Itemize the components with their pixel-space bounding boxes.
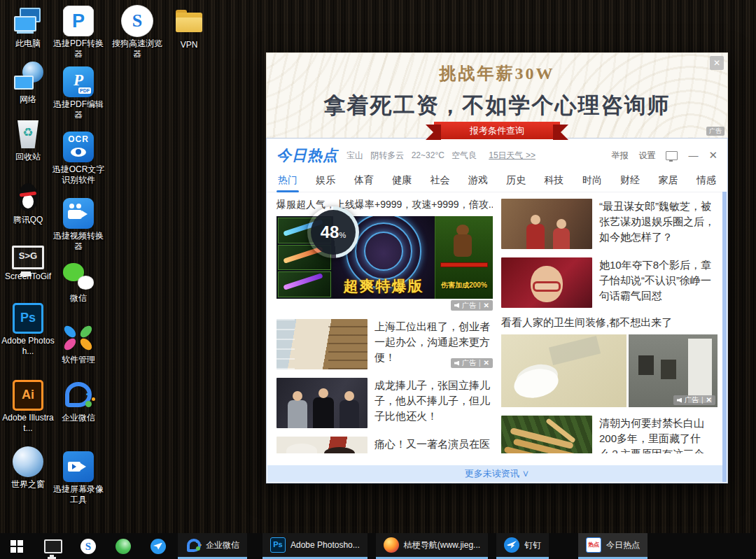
taskbar-firefox[interactable]: 桔梗导航(www.jieg... [376,533,488,559]
tab-emotion[interactable]: 情感 [696,174,716,188]
office-ad-badge[interactable]: 广告 | ✕ [451,358,493,368]
tab-fashion[interactable]: 时尚 [582,174,602,188]
ad-cta-button[interactable]: 报考条件查询 [434,122,560,139]
badge-close-icon[interactable]: ✕ [484,358,489,368]
tab-finance[interactable]: 财经 [620,174,640,188]
taskbar-app-label: 今日热点 [606,539,640,551]
tab-hot[interactable]: 热门 [278,174,298,188]
desktop-icon-qq[interactable]: 腾讯QQ [0,182,56,225]
dingtalk-icon [504,537,519,553]
badge-close-icon[interactable]: ✕ [484,301,489,311]
photoshop-icon: Ps [13,303,43,334]
article-row-xuzheng[interactable]: 她10年夺下8个影后，章子怡却说“不认识”徐峥一句话霸气回怼 [501,257,718,308]
pdf-editor-icon: P PDF [63,66,94,97]
more-news-footer[interactable]: 更多未读资讯 ∨ [267,465,727,482]
desktop-icon-label: 迅捷视频转换器 [50,231,106,252]
ad-close-button[interactable]: ✕ [710,56,724,70]
article-row-jackie[interactable]: 成龙捧儿子，张国立捧儿子，他从不捧儿子，但儿子比他还火！ [276,378,493,428]
ad-badge-text: 广告 [462,301,476,311]
tab-health[interactable]: 健康 [392,174,412,188]
minimize-button[interactable]: — [688,150,698,161]
desktop-icon-screen-recorder[interactable]: 迅捷屏幕录像工具 [50,451,106,505]
speaker-icon [454,303,459,308]
loading-progress-ring: 48 % [307,206,359,258]
game-ad-badge[interactable]: 广告 | ✕ [451,300,493,311]
desktop-icon-pdf-converter[interactable]: P 迅捷PDF转换器 [50,6,106,59]
popup-window: 挑战年薪30W 拿着死工资，不如学个心理咨询师 报考条件查询 ✕ 广告 今日热点… [266,52,728,483]
ad-banner[interactable]: 挑战年薪30W 拿着死工资，不如学个心理咨询师 报考条件查询 ✕ 广告 [266,52,728,138]
globe-icon [13,446,43,477]
desktop-icon-recycle-bin[interactable]: 回收站 [0,119,56,162]
tab-home[interactable]: 家居 [659,174,678,188]
settings-link[interactable]: 设置 [638,150,655,162]
bathroom-ad-badge[interactable]: 广告 | ✕ [673,395,715,405]
desktop-icon-video-converter[interactable]: 迅捷视频转换器 [50,198,106,252]
desktop-icon-label: 企业微信 [50,413,106,423]
article-text: 成龙捧儿子，张国立捧儿子，他从不捧儿子，但儿子比他还火！ [374,378,493,428]
bathroom-ad-images[interactable]: 广告 | ✕ [501,334,718,407]
weather-15day-link[interactable]: 15日天气 >> [489,150,536,162]
desktop-icon-world-window[interactable]: 世界之窗 [0,446,56,490]
start-button[interactable] [0,533,34,559]
tab-sports[interactable]: 体育 [354,174,374,188]
report-link[interactable]: 举报 [611,150,628,162]
desktop-icon-label: 迅捷OCR文字识别软件 [50,164,106,185]
wechat-bubbles-icon [63,260,94,291]
close-button[interactable]: ✕ [708,149,718,162]
desktop-icon-screentogif[interactable]: S>G ScreenToGif [0,243,56,282]
article-image [501,257,592,308]
game-ad-image[interactable]: 超爽特爆版 伤害加成200% 48 % [276,216,493,299]
article-text: 痛心！又一著名演员在医院抢救无效死亡 [374,437,493,453]
bathroom-ad-title[interactable]: 看看人家的卫生间装修,都不想出来了 [501,316,718,330]
tab-games[interactable]: 游戏 [468,174,488,188]
desktop-icon-label: 世界之窗 [0,479,56,490]
article-row-office-ad[interactable]: 上海工位出租了，创业者一起办公，沟通起来更方便！ 广告 | ✕ [276,319,493,369]
game-ad-title[interactable]: 爆服超人气，上线爆率+9999，攻速+9999，倍攻... [276,199,493,211]
desktop-icon-ocr[interactable]: OCR 迅捷OCR文字识别软件 [50,132,106,185]
taskbar-plane-app[interactable] [144,533,172,559]
taskbar-hot-news[interactable]: 热点 今日热点 [578,533,648,559]
taskbar-desktop-app[interactable] [38,533,69,559]
scrollbar[interactable] [722,192,727,482]
taskbar-green-browser[interactable] [109,533,137,559]
desktop-icon-software-manager[interactable]: 软件管理 [50,322,106,365]
desktop-icon-label: 迅捷屏幕录像工具 [50,484,106,505]
article-row-actor-death[interactable]: 痛心！又一著名演员在医院抢救无效死亡 [276,437,493,453]
badge-close-icon[interactable]: ✕ [706,395,712,405]
taskbar-sogou-browser[interactable]: S [74,533,102,559]
desktop-icon-this-pc[interactable]: 此电脑 [0,6,56,49]
wechat-work-icon [63,380,94,411]
screentogif-glyph: S>G [14,248,42,267]
desktop-icon-sogou-browser[interactable]: S 搜狗高速浏览器 [109,6,165,59]
desktop: { "desktop": { "icons": [ {"id":"this-pc… [0,0,756,559]
wechat-work-icon [186,537,201,553]
tab-society[interactable]: 社会 [430,174,449,188]
ad-headline: 挑战年薪30W [267,53,727,85]
desktop-icon-illustrator[interactable]: Ai Adobe Illustrat... [0,380,56,434]
tab-tech[interactable]: 科技 [545,174,564,188]
ocr-glyph: OCR [63,135,94,143]
article-text: 她10年夺下8个影后，章子怡却说“不认识”徐峥一句话霸气回怼 [599,257,718,308]
desktop-icon-network[interactable]: 网络 [0,62,56,105]
desktop-icon-vpn[interactable]: VPN [161,7,217,50]
tab-history[interactable]: 历史 [506,174,526,188]
article-image [276,319,368,369]
desktop-icon-wechat-work[interactable]: 企业微信 [50,380,106,423]
ps-glyph: Ps [15,305,41,332]
taskbar-wechat-work[interactable]: 企业微信 [178,533,247,559]
desktop-icon-pdf-editor[interactable]: P PDF 迅捷PDF编辑器 [50,66,106,120]
tab-entertainment[interactable]: 娱乐 [316,174,335,188]
video-camera-icon [63,198,94,229]
category-tabs: 热门 娱乐 体育 健康 社会 游戏 历史 科技 时尚 财经 家居 情感 [267,171,727,192]
pin-to-desktop-icon[interactable] [666,151,678,160]
ai-glyph: Ai [15,382,41,409]
article-row-weiminzhi[interactable]: “最丑谋女郎”魏敏芝，被张艺谋劝退娱乐圈之后，如今她怎样了？ [501,199,718,249]
taskbar-dingtalk[interactable]: 钉钉 [496,533,549,559]
article-row-changbai[interactable]: 清朝为何要封禁长白山200多年，里面藏了什么？主要原因有这三个 [501,416,718,453]
qq-penguin-icon [13,182,43,213]
taskbar-photoshop[interactable]: Ps Adobe Photosho... [262,533,368,559]
green-browser-icon [115,539,131,554]
game-boost-text: 伤害加成200% [435,281,493,290]
desktop-icon-photoshop[interactable]: Ps Adobe Photosh... [0,303,56,357]
desktop-icon-wechat[interactable]: 微信 [50,260,106,304]
